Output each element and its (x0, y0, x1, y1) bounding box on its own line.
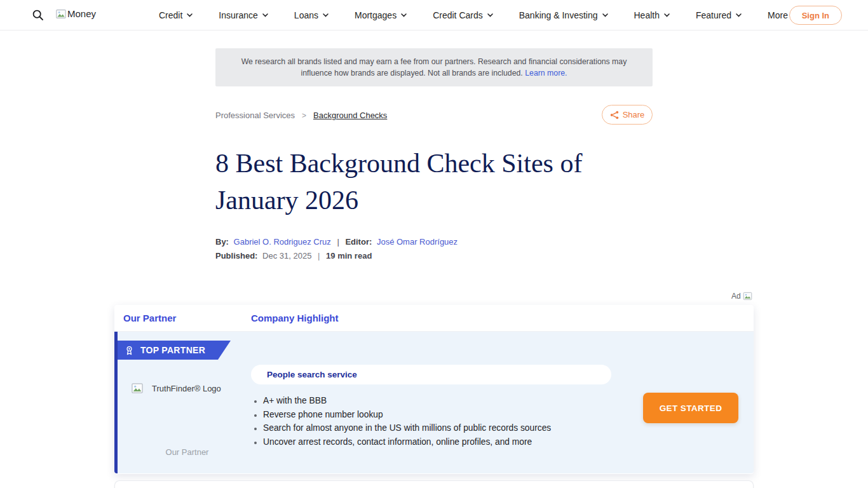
nav-item-featured[interactable]: Featured (696, 10, 742, 20)
truthfinder-logo-alt-text: TruthFinder® Logo (152, 384, 221, 393)
published-prefix: Published: (215, 251, 257, 261)
chevron-down-icon (187, 13, 193, 17)
highlight-bullet: Reverse phone number lookup (263, 408, 551, 422)
our-partner-column-header: Our Partner (123, 313, 251, 323)
nav-item-insurance[interactable]: Insurance (219, 10, 268, 20)
breadcrumb-professional-services[interactable]: Professional Services (215, 111, 295, 120)
nav-item-health[interactable]: Health (634, 10, 670, 20)
search-icon (32, 9, 44, 22)
chevron-down-icon (487, 13, 493, 17)
top-navigation-bar: Money Credit Insurance Loans Mortgages C… (0, 0, 868, 30)
byline-prefix: By: (215, 237, 229, 247)
author-link[interactable]: Gabriel O. Rodriguez Cruz (234, 237, 331, 247)
next-list-card-partial (114, 480, 754, 488)
disclaimer-text: We research all brands listed and may ea… (227, 56, 641, 79)
broken-image-icon (743, 292, 752, 301)
nav-label: Health (634, 10, 660, 20)
breadcrumb-background-checks[interactable]: Background Checks (313, 111, 387, 120)
company-highlight-pill: People search service (251, 365, 611, 384)
broken-image-icon (56, 9, 66, 19)
ad-label: Ad (731, 292, 741, 301)
share-icon (610, 111, 619, 119)
medal-icon (125, 345, 134, 356)
nav-item-credit[interactable]: Credit (159, 10, 193, 20)
byline: By: Gabriel O. Rodriguez Cruz | Editor: … (215, 237, 458, 247)
chevron-down-icon (664, 13, 670, 17)
nav-label: Insurance (219, 10, 257, 20)
top-partner-card: Our Partner Company Highlight TOP PARTNE… (114, 305, 754, 474)
sign-in-button[interactable]: Sign In (789, 6, 842, 25)
highlight-bullet-list: A+ with the BBB Reverse phone number loo… (252, 394, 551, 449)
disclaimer-body: We research all brands listed and may ea… (241, 57, 627, 78)
nav-item-banking-investing[interactable]: Banking & Investing (519, 10, 608, 20)
nav-item-mortgages[interactable]: Mortgages (355, 10, 407, 20)
breadcrumb: Professional Services > Background Check… (215, 111, 387, 120)
get-started-button[interactable]: GET STARTED (643, 393, 738, 423)
ad-tag: Ad (731, 292, 752, 301)
nav-label: Credit Cards (433, 10, 483, 20)
nav-label: Credit (159, 10, 182, 20)
page-title: 8 Best Background Check Sites of January… (215, 145, 660, 219)
partner-disclaimer: We research all brands listed and may ea… (215, 48, 653, 86)
chevron-down-icon (602, 13, 608, 17)
read-time: 19 min read (326, 251, 372, 261)
share-button[interactable]: Share (602, 105, 653, 125)
learn-more-link[interactable]: Learn more. (525, 69, 567, 78)
editor-link[interactable]: José Omar Rodríguez (377, 237, 458, 247)
top-partner-label: TOP PARTNER (140, 345, 205, 355)
nav-label: More (768, 10, 788, 20)
company-highlight-column-header: Company Highlight (251, 313, 339, 323)
nav-label: Banking & Investing (519, 10, 598, 20)
highlight-bullet: A+ with the BBB (263, 394, 551, 408)
published-date: Dec 31, 2025 (262, 251, 311, 261)
nav-item-credit-cards[interactable]: Credit Cards (433, 10, 493, 20)
published-line: Published: Dec 31, 2025 | 19 min read (215, 251, 372, 261)
nav-label: Loans (294, 10, 318, 20)
money-logo[interactable]: Money (56, 8, 96, 19)
nav-label: Mortgages (355, 10, 397, 20)
share-label: Share (623, 110, 645, 119)
chevron-down-icon (401, 13, 407, 17)
highlight-bullet: Uncover arrest records, contact informat… (263, 435, 551, 449)
byline-separator: | (337, 237, 339, 247)
partner-card-body: TOP PARTNER TruthFinder® Logo Our Partne… (114, 332, 754, 473)
truthfinder-logo[interactable]: TruthFinder® Logo (132, 383, 221, 394)
published-separator: | (318, 251, 320, 261)
editor-prefix: Editor: (345, 237, 372, 247)
chevron-down-icon (736, 13, 742, 17)
highlight-bullet: Search for almost anyone in the US with … (263, 421, 551, 435)
chevron-down-icon (323, 13, 329, 17)
nav-item-loans[interactable]: Loans (294, 10, 329, 20)
breadcrumb-separator-icon: > (302, 111, 306, 120)
partner-card-header: Our Partner Company Highlight (114, 305, 754, 332)
search-button[interactable] (32, 9, 44, 22)
primary-nav: Credit Insurance Loans Mortgages Credit … (159, 0, 798, 30)
broken-image-icon (132, 383, 143, 394)
top-partner-ribbon: TOP PARTNER (118, 341, 231, 360)
chevron-down-icon (262, 13, 268, 17)
logo-alt-text: Money (67, 8, 96, 19)
nav-label: Featured (696, 10, 731, 20)
our-partner-caption: Our Partner (132, 447, 243, 457)
